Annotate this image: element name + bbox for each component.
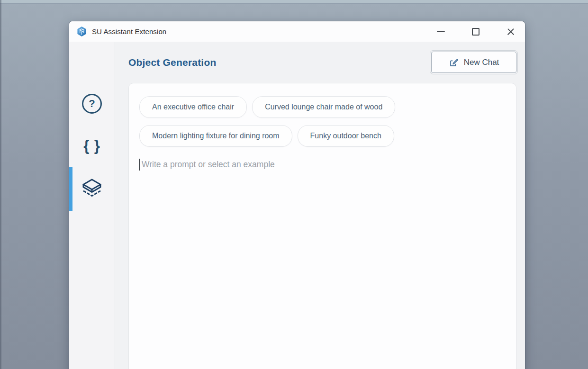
sidebar: ? { }: [69, 42, 115, 369]
close-icon: [507, 28, 515, 36]
sidebar-item-help[interactable]: ?: [82, 94, 102, 114]
braces-icon: { }: [83, 137, 100, 154]
minimize-button[interactable]: [430, 21, 451, 42]
sidebar-item-menu[interactable]: [84, 55, 100, 65]
chat-panel: An executive office chair Curved lounge …: [128, 83, 516, 369]
maximize-icon: [472, 28, 479, 36]
close-button[interactable]: [500, 21, 521, 42]
example-prompt-chip[interactable]: An executive office chair: [139, 96, 247, 118]
sidebar-item-object-generation[interactable]: [81, 178, 103, 199]
page-title: Object Generation: [128, 57, 216, 68]
text-caret: [139, 159, 140, 171]
example-prompt-chip[interactable]: Funky outdoor bench: [298, 125, 394, 147]
main-content: Object Generation New Chat An executive …: [115, 42, 525, 369]
desktop-left-edge: [0, 0, 1, 369]
compose-icon: [449, 57, 459, 68]
new-chat-button[interactable]: New Chat: [431, 52, 516, 73]
new-chat-label: New Chat: [464, 58, 499, 67]
example-prompts: An executive office chair Curved lounge …: [139, 96, 506, 147]
sidebar-active-indicator: [69, 167, 72, 211]
minimize-icon: [437, 31, 445, 32]
app-window: SU Assistant Extension ?: [69, 21, 525, 369]
window-controls: [416, 21, 521, 42]
sketchup-logo-icon: [76, 26, 87, 37]
sidebar-item-code[interactable]: { }: [83, 137, 100, 154]
example-prompt-chip[interactable]: Modern lighting fixture for dining room: [139, 125, 292, 147]
titlebar[interactable]: SU Assistant Extension: [69, 21, 525, 42]
maximize-button[interactable]: [465, 21, 486, 42]
prompt-placeholder: Write a prompt or select an example: [142, 160, 275, 170]
prompt-input[interactable]: Write a prompt or select an example: [139, 159, 506, 171]
content-header: Object Generation New Chat: [115, 42, 525, 83]
help-icon: ?: [89, 98, 95, 110]
desktop-top-strip: [0, 0, 588, 4]
example-prompt-chip[interactable]: Curved lounge chair made of wood: [252, 96, 395, 118]
window-title: SU Assistant Extension: [92, 27, 166, 36]
layers-icon: [81, 178, 103, 199]
